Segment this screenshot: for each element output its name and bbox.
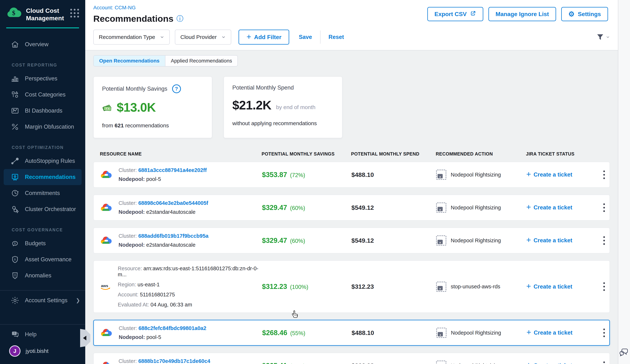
recommended-action: Nodepool Rightsizing xyxy=(451,205,501,211)
tab-open-recommendations[interactable]: Open Recommendations xyxy=(94,56,165,66)
create-ticket-button[interactable]: +Create a ticket xyxy=(526,171,598,179)
table-row[interactable]: Cluster: 68898c064e3e2ba0e544005f Nodepo… xyxy=(93,195,610,220)
add-filter-button[interactable]: + Add Filter xyxy=(238,30,289,45)
user-menu[interactable]: J jyoti.bisht xyxy=(0,343,85,364)
create-ticket-button[interactable]: +Create a ticket xyxy=(526,203,598,212)
sidebar-item-budgets[interactable]: $ Budgets xyxy=(0,235,85,251)
cluster-link[interactable]: 6881a3ccc887941a4ee202ff xyxy=(138,167,207,173)
chat-bubbles-icon[interactable] xyxy=(619,347,629,358)
recommended-action: stop-unused-aws-rds xyxy=(451,284,500,290)
gcp-icon xyxy=(100,361,112,364)
recommendation-type-dropdown[interactable]: Recommendation Type xyxy=(93,30,170,45)
create-ticket-button[interactable]: +Create a ticket xyxy=(526,236,598,244)
export-csv-button[interactable]: Export CSV xyxy=(427,7,483,21)
table-header: RESOURCE NAME POTENTIAL MONTHLY SAVINGS … xyxy=(93,151,610,162)
spend-subtext: without applying recommendations xyxy=(232,120,334,126)
sidebar-item-anomalies[interactable]: Anomalies xyxy=(0,268,85,284)
filter-bar: Recommendation Type Cloud Provider + Add… xyxy=(85,27,630,50)
section-label-cost-reporting: COST REPORTING xyxy=(12,63,85,68)
create-ticket-button[interactable]: +Create a ticket xyxy=(526,283,598,291)
sidebar-item-help[interactable]: ? Help xyxy=(0,326,85,343)
breadcrumb-account[interactable]: Account: CCM-NG xyxy=(93,5,183,10)
sidebar-item-overview[interactable]: Overview xyxy=(0,36,85,52)
sidebar-item-recommendations[interactable]: Recommendations xyxy=(4,169,82,185)
reset-filter-link[interactable]: Reset xyxy=(328,34,344,40)
filter-panel-toggle[interactable] xyxy=(596,33,610,41)
cloud-provider-dropdown[interactable]: Cloud Provider xyxy=(175,30,231,45)
sidebar-item-commitments[interactable]: Commitments xyxy=(0,185,85,201)
cluster-link[interactable]: 688c2fefc84fbdc99801a0a2 xyxy=(138,325,206,331)
rightsizing-icon: ▲ xyxy=(436,282,446,292)
row-menu-button[interactable] xyxy=(602,169,607,181)
gear-icon xyxy=(10,296,20,305)
spend-card-title: Potential Monthly Spend xyxy=(232,84,294,91)
gcp-icon xyxy=(100,203,112,212)
cluster-link[interactable]: 6888b1c70e49db17c1de60c4 xyxy=(138,358,210,364)
row-menu-button[interactable] xyxy=(602,201,607,214)
help-chat-icon: ? xyxy=(10,330,20,339)
chevron-down-icon xyxy=(221,35,226,39)
cluster-link[interactable]: 688add6fb019b17f9bccb95a xyxy=(138,233,208,239)
cluster-link[interactable]: 68898c064e3e2ba0e544005f xyxy=(138,200,208,206)
sidebar-item-asset-governance[interactable]: $ Asset Governance xyxy=(0,251,85,268)
plus-icon: + xyxy=(246,32,251,41)
tab-applied-recommendations[interactable]: Applied Recommendations xyxy=(165,56,238,66)
external-link-icon xyxy=(470,10,476,18)
scrollbar[interactable] xyxy=(618,0,630,364)
create-ticket-button[interactable]: +Create a ticket xyxy=(526,329,599,337)
sidebar-item-cost-categories[interactable]: Cost Categories xyxy=(0,87,85,103)
table-row[interactable]: Cluster: 6881a3ccc887941a4ee202ff Nodepo… xyxy=(93,162,610,188)
sidebar-item-cluster-orchestrator[interactable]: Cluster Orchestrator xyxy=(0,201,85,217)
row-menu-button[interactable] xyxy=(602,360,607,364)
money-icon xyxy=(102,103,113,112)
spend-value: $488.10 xyxy=(352,171,436,178)
table-row[interactable]: Cluster: 6888b1c70e49db17c1de60c4 Nodepo… xyxy=(93,353,610,364)
commitments-icon xyxy=(10,189,20,197)
recommended-action: Nodepool Rightsizing xyxy=(451,363,501,364)
manage-ignore-list-button[interactable]: Manage Ignore List xyxy=(488,7,556,21)
row-menu-button[interactable] xyxy=(602,234,607,247)
savings-percent: (72%) xyxy=(290,363,305,364)
savings-percent: (60%) xyxy=(290,205,305,211)
row-menu-button[interactable] xyxy=(602,327,607,339)
filter-divider xyxy=(320,30,320,44)
table-row[interactable]: Cluster: 688add6fb019b17f9bccb95a Nodepo… xyxy=(93,227,610,253)
gcp-icon xyxy=(100,236,112,245)
question-icon[interactable]: ? xyxy=(172,84,181,93)
potential-monthly-savings-card: Potential Monthly Savings ? $13.0K from … xyxy=(93,76,212,138)
sidebar: $ Cloud Cost Management Overview COST RE… xyxy=(0,0,85,364)
table-row[interactable]: Resource: arn:aws:rds:us-east-1:51161680… xyxy=(93,260,610,313)
piggy-bank-icon: $ xyxy=(10,239,20,248)
sidebar-item-account-settings[interactable]: Account Settings ❯ xyxy=(0,292,85,308)
spend-value: $549.12 xyxy=(352,237,436,244)
shield-dollar-icon: $ xyxy=(10,255,20,264)
sidebar-item-perspectives[interactable]: Perspectives xyxy=(0,71,85,87)
recommended-action: Nodepool Rightsizing xyxy=(451,330,501,336)
app-grid-icon[interactable] xyxy=(70,9,79,17)
save-filter-link[interactable]: Save xyxy=(299,34,312,40)
savings-amount: $13.0K xyxy=(117,100,156,114)
page-header: Account: CCM-NG Recommendations ⓘ Export… xyxy=(85,0,630,27)
savings-card-title: Potential Monthly Savings xyxy=(102,86,168,92)
savings-value: $312.23 xyxy=(262,283,287,291)
sidebar-item-margin-obfuscation[interactable]: Margin Obfuscation xyxy=(0,119,85,135)
svg-text:$: $ xyxy=(14,258,16,261)
row-menu-button[interactable] xyxy=(602,281,607,293)
rightsizing-icon: ▲ xyxy=(436,202,446,213)
savings-percent: (100%) xyxy=(290,284,308,290)
aws-icon xyxy=(100,283,111,291)
gear-icon: ⚙ xyxy=(568,10,574,17)
settings-button[interactable]: ⚙ Settings xyxy=(561,7,608,21)
sidebar-item-bi-dashboards[interactable]: BI Dashboards xyxy=(0,103,85,119)
info-icon[interactable]: ⓘ xyxy=(176,14,183,23)
sidebar-divider xyxy=(0,290,85,291)
sidebar-item-autostopping-rules[interactable]: AutoStopping Rules xyxy=(0,153,85,169)
spend-value: $488.10 xyxy=(352,329,436,336)
percent-icon xyxy=(10,122,20,131)
plus-icon: + xyxy=(526,170,531,179)
plus-icon: + xyxy=(526,328,531,337)
table-row-selected[interactable]: Cluster: 688c2fefc84fbdc99801a0a2 Nodepo… xyxy=(93,320,610,346)
savings-value: $353.87 xyxy=(262,171,287,179)
rightsizing-icon: ▲ xyxy=(436,170,446,180)
create-ticket-button[interactable]: +Create a ticket xyxy=(526,362,598,364)
